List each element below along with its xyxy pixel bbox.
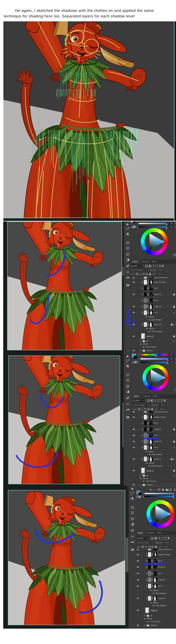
svg-text:Kind: Kind [136,400,139,402]
svg-text:bl: bl [151,614,152,617]
svg-text:203: 203 [170,354,173,356]
svg-text:Drop Shadow: Drop Shadow [151,330,162,332]
svg-text:S: S [137,222,138,224]
svg-text:Effects: Effects [143,478,148,480]
svg-text:Layer 20 copy: Layer 20 copy [158,554,170,556]
svg-text:Layer 12: Layer 12 [150,609,158,611]
svg-text:Effects: Effects [149,462,154,464]
svg-text:Layer 22: Layer 22 [158,566,165,568]
svg-text:Group 1: Group 1 [147,350,153,352]
svg-text:Kind: Kind [140,537,143,539]
svg-text:Lock:: Lock: [130,273,135,275]
svg-text:Paths: Paths [152,260,156,262]
svg-text:Layer 12: Layer 12 [146,335,153,337]
svg-text:Paths: Paths [157,532,162,534]
svg-text:Layer 20: Layer 20 [154,440,161,442]
svg-text:%: % [175,358,176,360]
svg-text:fx: fx [154,489,156,491]
svg-text:sh cl: sh cl [154,287,158,289]
svg-text:Channels: Channels [141,260,149,262]
svg-text:Fill:: Fill: [153,273,156,275]
svg-text:Drop Shadow: Drop Shadow [151,465,162,467]
svg-text:fx: fx [173,474,175,476]
svg-text:Effects: Effects [149,328,154,330]
svg-text:Effects: Effects [147,618,152,620]
svg-text:fx: fx [173,340,175,342]
svg-text:sh cl: sh cl [154,300,158,302]
svg-text:T: T [155,400,156,402]
svg-text:100%: 100% [158,273,162,275]
svg-text:100: 100 [170,358,173,360]
svg-text:Effects: Effects [143,343,148,345]
svg-text:S: S [143,492,144,494]
svg-text:Drop Shadow: Drop Shadow [151,319,162,321]
svg-text:techniqus for shading here too: techniqus for shading here too. Separate… [4,14,135,18]
svg-text:Layer 20 copy: Layer 20 copy [154,416,166,418]
svg-text:sh cl: sh cl [158,572,162,574]
svg-text:fx: fx [173,312,175,314]
svg-text:Layers: Layers [132,260,138,262]
svg-text:%: % [175,222,176,224]
svg-text:Drop Shadow: Drop Shadow [155,605,166,607]
svg-text:Layer 20: Layer 20 [154,306,161,308]
svg-text:Pass Through: Pass Through [134,404,145,406]
svg-text:Effects: Effects [153,590,158,592]
svg-text:Layer 20 copy: Layer 20 copy [154,281,166,283]
svg-text:100%: 100% [164,546,168,548]
svg-text:H: H [138,354,139,356]
svg-text:bl: bl [147,474,148,476]
svg-text:Pass Through: Pass Through [132,269,143,271]
svg-text:Group 1: Group 1 [147,484,153,486]
svg-text:%: % [175,362,176,363]
svg-text:Opacity:: Opacity: [152,404,158,406]
svg-text:Opacity:: Opacity: [150,269,156,271]
svg-text:Pass Through: Pass Through [138,542,148,544]
svg-text:fx: fx [173,446,175,448]
svg-text:Lock:: Lock: [136,546,141,548]
svg-text:Drop Shadow: Drop Shadow [151,454,162,456]
svg-text:100%: 100% [160,408,164,410]
svg-text:Group 1: Group 1 [151,624,157,626]
svg-text:T: T [153,265,154,268]
svg-text:Paths: Paths [153,395,157,397]
svg-text:B: B [143,496,144,498]
svg-text:Effects: Effects [153,602,158,604]
svg-text:Layer 21: Layer 21 [154,324,161,326]
svg-text:100%: 100% [160,404,165,406]
svg-text:sh cl: sh cl [154,446,158,448]
svg-text:Kind: Kind [134,265,137,267]
svg-text:Drop Shadow: Drop Shadow [155,592,166,594]
svg-text:Fill:: Fill: [155,408,158,410]
svg-text:bl: bl [147,340,148,342]
svg-text:Layer 22: Layer 22 [154,293,161,295]
svg-text:Layers: Layers [137,532,143,534]
svg-text:B: B [137,226,138,228]
svg-text:100: 100 [170,222,173,224]
svg-text:!: ! [132,226,132,228]
svg-text:Layer 20: Layer 20 [158,579,165,581]
svg-text:sh cl: sh cl [158,585,162,587]
svg-text:fx: fx [173,458,175,460]
svg-text:Layers: Layers [133,395,139,397]
svg-text:Color Overlay: Color Overlay [145,480,156,482]
svg-text:S: S [138,358,139,360]
svg-text:T: T [159,537,160,540]
svg-text:Lock:: Lock: [133,408,137,410]
svg-text:Opacity:: Opacity: [156,542,162,544]
svg-text:Fill:: Fill: [159,546,161,548]
svg-text:sh cl: sh cl [154,422,158,424]
svg-text:sh cl: sh cl [154,312,158,314]
svg-text:Effects: Effects [149,316,154,318]
svg-text:100: 100 [170,362,173,363]
svg-text:Channels: Channels [142,395,150,397]
svg-text:Color Overlay: Color Overlay [150,621,160,623]
svg-text:100%: 100% [164,542,169,544]
svg-text:Layer 21: Layer 21 [154,458,161,460]
svg-text:Effects: Effects [149,451,154,453]
svg-text:sh cl: sh cl [154,434,158,436]
svg-text:sh cl: sh cl [158,560,162,562]
svg-text:B: B [138,361,139,364]
svg-text:100%: 100% [158,269,163,271]
svg-text:fx: fx [173,324,175,326]
svg-text:%: % [175,226,176,228]
